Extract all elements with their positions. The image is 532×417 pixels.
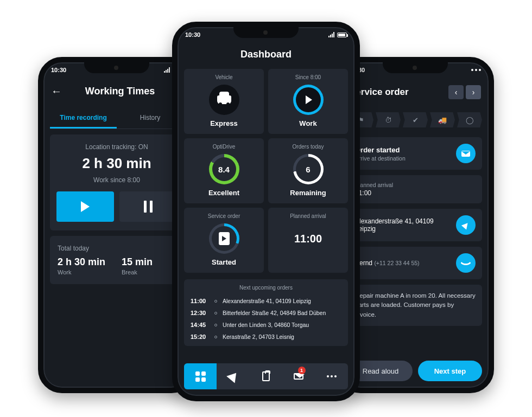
card-optidrive[interactable]: OptiDrive 8.4 Excellent [184,138,264,203]
navigate-button[interactable] [456,215,476,235]
phone-dashboard: 10:30 Dashboard Vehicle Express Since 8:… [172,22,360,401]
device-notch [233,27,299,38]
optidrive-value: 8.4 [212,157,236,181]
message-button[interactable] [456,144,476,163]
nav-messages[interactable]: 1 [282,363,315,389]
grid-icon [195,371,206,382]
clipboard-icon [262,371,270,381]
step-done-icon: ◯ [457,112,482,127]
battery-icon [337,33,347,37]
signal-icon [328,32,334,37]
more-icon [327,375,337,377]
nav-orders[interactable] [250,363,282,389]
totals-title: Total today [58,245,176,252]
play-icon [306,95,312,104]
messages-badge: 1 [298,367,306,374]
card-orders[interactable]: Orders today 6 Remaining [268,138,348,203]
card-vehicle[interactable]: Vehicle Express [184,69,264,134]
signal-icon [164,67,170,73]
contact-block: Bernd (+11 22 33 44 55) [349,247,482,279]
upcoming-address: Alexanderstraße 41, 04109 Leipzig [223,298,341,304]
card-foot: Remaining [290,189,326,197]
next-step-button[interactable]: Next step [418,361,482,381]
upcoming-address: Bitterfelder Straße 42, 04849 Bad Düben [223,310,341,316]
timeline-dot-icon [214,312,217,315]
card-head: Vehicle [215,74,232,80]
more-status-icon [471,69,481,71]
tab-time-recording[interactable]: Time recording [50,108,117,129]
step-check-icon: ✔ [403,112,428,127]
play-button[interactable] [56,191,114,222]
nav-dashboard[interactable] [184,363,217,389]
bottom-nav: 1 [184,363,348,389]
status-subtitle: Arrive at destination [355,155,451,162]
car-icon [217,95,231,104]
phone-service-order: 10:30 Service order ‹ › ⚑ ⏱ ✔ 🚚 ◯ [337,57,494,393]
nav-navigate[interactable] [217,363,249,389]
location-tracking-label: Location tracking: ON [56,143,177,151]
document-icon [219,232,230,245]
upcoming-title: Next upcoming orders [189,285,343,291]
call-button[interactable] [456,253,476,273]
arrival-value: 11:00 [355,189,476,197]
order-pager: ‹ › [448,85,481,99]
upcoming-time: 14:45 [191,322,209,328]
orders-ring: 6 [293,154,324,184]
card-service-order[interactable]: Service order Started [184,208,264,273]
timeline-dot-icon [214,300,217,303]
dashboard-cards: Vehicle Express Since 8:00 Work OptiDriv… [184,69,348,273]
card-foot: Excellent [208,189,239,197]
work-ring [293,85,324,115]
card-head: Since 8:00 [295,74,321,80]
arrival-value: 11:00 [294,233,322,245]
upcoming-row[interactable]: 12:30Bitterfelder Straße 42, 04849 Bad D… [189,307,343,319]
prev-order-button[interactable]: ‹ [448,85,464,99]
status-block: Order started Arrive at destination [349,137,482,170]
card-work[interactable]: Since 8:00 Work [268,69,348,134]
pause-button[interactable] [119,191,177,222]
contact-phone: (+11 22 33 44 55) [374,260,419,266]
upcoming-row[interactable]: 14:45Unter den Linden 3, 04860 Torgau [189,319,343,331]
navigate-icon [226,369,240,383]
card-foot: Started [212,258,236,266]
order-description: Repair machine A in room 20. All necessa… [349,285,482,326]
total-work-value: 2 h 30 min [58,256,105,268]
time-card: Location tracking: ON 2 h 30 min Work si… [50,134,183,230]
work-since-label: Work since 8:00 [56,176,177,184]
total-work-label: Work [58,269,105,275]
step-truck-icon: 🚚 [430,112,455,127]
progress-steps: ⚑ ⏱ ✔ 🚚 ◯ [349,112,482,127]
totals-card: Total today 2 h 30 min Work 15 min Break [50,236,183,284]
card-head: Orders today [293,144,324,150]
arrival-label: Planned arrival [355,182,476,188]
orders-value: 6 [296,157,321,182]
upcoming-row[interactable]: 11:00Alexanderstraße 41, 04109 Leipzig [189,295,343,307]
status-title: Order started [355,146,451,154]
vehicle-icon-circle [209,85,239,115]
address-block: Alexanderstraße 41, 04109 Leipzig [349,209,482,241]
tabs: Time recording History [50,108,183,129]
arrival-block: Planned arrival 11:00 [349,175,482,203]
upcoming-time: 12:30 [191,310,209,316]
total-break: 15 min Break [122,256,153,275]
nav-more[interactable] [315,363,348,389]
timeline-dot-icon [214,336,217,338]
card-head: Planned arrival [290,213,326,219]
total-work: 2 h 30 min Work [58,256,105,275]
status-time: 10:30 [185,31,200,38]
card-arrival[interactable]: Planned arrival 11:00 [268,208,348,273]
address-value: Alexanderstraße 41, 04109 Leipzig [355,217,451,233]
upcoming-row[interactable]: 15:20Kerastraße 2, 04703 Leisnig [189,331,343,343]
card-foot: Work [299,119,316,127]
pause-icon [144,201,153,213]
upcoming-orders: Next upcoming orders 11:00Alexanderstraß… [184,279,348,346]
card-foot [307,258,309,266]
page-title: Working Times [58,86,182,97]
next-order-button[interactable]: › [466,85,481,99]
play-icon [81,201,90,212]
status-time: 10:30 [51,67,66,73]
total-break-value: 15 min [122,256,153,268]
card-head: OptiDrive [213,144,236,150]
upcoming-time: 15:20 [191,333,209,340]
elapsed-time: 2 h 30 min [56,155,177,172]
